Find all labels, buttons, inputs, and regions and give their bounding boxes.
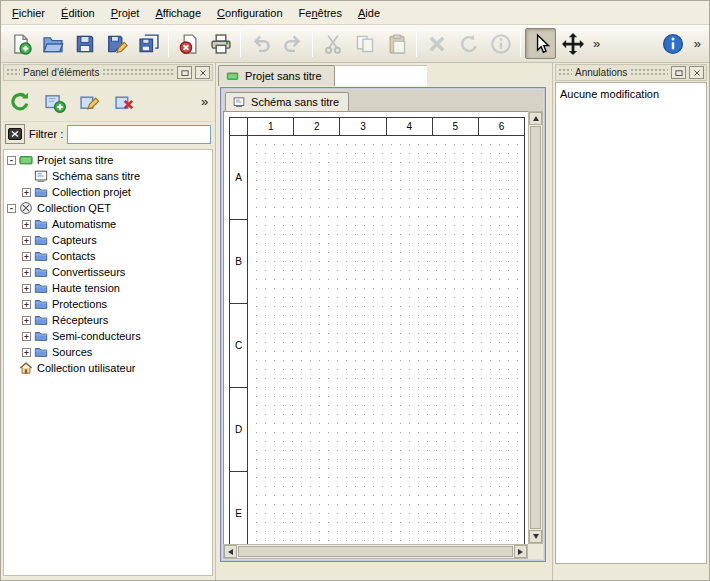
new-element-button[interactable]	[40, 87, 70, 117]
tree-item[interactable]: Collection utilisateur	[4, 360, 212, 376]
schema-tab[interactable]: Schéma sans titre	[225, 92, 349, 111]
column-label: 6	[479, 118, 524, 135]
schema-viewport[interactable]: 123456 ABCDE	[223, 111, 528, 544]
undo-list[interactable]: Aucune modification	[555, 82, 707, 564]
expand-icon[interactable]: +	[22, 188, 31, 197]
expand-icon[interactable]: +	[22, 268, 31, 277]
project-tab[interactable]: Projet sans titre	[218, 65, 334, 86]
collapse-icon[interactable]: -	[7, 156, 16, 165]
paste-button[interactable]	[381, 28, 412, 59]
vertical-scrollbar[interactable]	[528, 111, 543, 544]
expand-icon[interactable]: +	[22, 332, 31, 341]
redo-button[interactable]	[277, 28, 308, 59]
tree-item[interactable]: +Haute tension	[4, 280, 212, 296]
panel-grip[interactable]	[102, 68, 174, 77]
selection-mode-button[interactable]	[525, 28, 556, 59]
expand-icon[interactable]: +	[22, 236, 31, 245]
tree-item[interactable]: -Projet sans titre	[4, 152, 212, 168]
tree-item[interactable]: +Capteurs	[4, 232, 212, 248]
tree-item[interactable]: Schéma sans titre	[4, 168, 212, 184]
tree-item[interactable]: -Collection QET	[4, 200, 212, 216]
undo-button[interactable]	[245, 28, 276, 59]
element-info-button[interactable]	[485, 28, 516, 59]
close-panel-button[interactable]	[195, 66, 210, 79]
elements-toolbar-overflow-button[interactable]: »	[198, 94, 211, 109]
open-project-button[interactable]	[37, 28, 68, 59]
application-window: FichierÉditionProjetAffichageConfigurati…	[0, 0, 710, 581]
toolbar-overflow-button[interactable]: »	[589, 28, 604, 59]
expand-icon[interactable]: +	[22, 220, 31, 229]
save-icon	[74, 33, 96, 55]
expand-icon[interactable]: +	[22, 348, 31, 357]
panel-grip[interactable]	[558, 68, 572, 77]
float-panel-button[interactable]	[671, 66, 686, 79]
menu-item[interactable]: Édition	[53, 1, 103, 24]
collapse-icon[interactable]: -	[7, 204, 16, 213]
tree-item[interactable]: +Semi-conducteurs	[4, 328, 212, 344]
about-button[interactable]	[658, 28, 689, 59]
menu-item[interactable]: Fenêtres	[291, 1, 350, 24]
horizontal-scroll-thumb[interactable]	[238, 546, 513, 557]
horizontal-scrollbar[interactable]	[223, 544, 528, 559]
cut-button[interactable]	[317, 28, 348, 59]
edit-element-button[interactable]	[75, 87, 105, 117]
up-arrow-icon	[533, 116, 539, 121]
new-project-button[interactable]	[5, 28, 36, 59]
menu-item[interactable]: Fichier	[4, 1, 53, 24]
tree-item[interactable]: +Contacts	[4, 248, 212, 264]
reload-collections-button[interactable]	[5, 87, 35, 117]
schema-tabbar: Schéma sans titre	[223, 90, 543, 111]
save-all-button[interactable]	[133, 28, 164, 59]
float-panel-button[interactable]	[177, 66, 192, 79]
scroll-right-button[interactable]	[514, 545, 527, 558]
toolbar-overflow-button[interactable]: »	[690, 28, 705, 59]
tree-item[interactable]: +Sources	[4, 344, 212, 360]
expand-icon[interactable]: +	[22, 284, 31, 293]
info-blue-icon	[662, 33, 684, 55]
tree-item[interactable]: +Récepteurs	[4, 312, 212, 328]
expand-icon[interactable]: +	[22, 316, 31, 325]
undo-list-item: Aucune modification	[560, 86, 702, 102]
column-label: 2	[294, 118, 340, 135]
scroll-up-button[interactable]	[529, 112, 542, 125]
rotate-icon	[458, 33, 480, 55]
elements-panel-titlebar[interactable]: Panel d'éléments	[3, 64, 213, 81]
schema-canvas[interactable]	[248, 136, 524, 544]
delete-selection-button[interactable]	[421, 28, 452, 59]
tree-item[interactable]: +Convertisseurs	[4, 264, 212, 280]
close-file-button[interactable]	[173, 28, 204, 59]
tree-item[interactable]: +Collection projet	[4, 184, 212, 200]
delete-element-button[interactable]	[110, 87, 140, 117]
vertical-scroll-thumb[interactable]	[530, 126, 541, 529]
scroll-down-button[interactable]	[529, 530, 542, 543]
panel-grip[interactable]	[630, 68, 668, 77]
menu-item[interactable]: Aide	[350, 1, 388, 24]
folder-icon	[34, 217, 48, 231]
save-button[interactable]	[69, 28, 100, 59]
rotate-selection-button[interactable]	[453, 28, 484, 59]
panel-grip[interactable]	[6, 68, 20, 77]
save-as-button[interactable]	[101, 28, 132, 59]
expand-icon[interactable]: +	[22, 300, 31, 309]
tree-item[interactable]: +Protections	[4, 296, 212, 312]
visualisation-mode-button[interactable]	[557, 28, 588, 59]
close-panel-button[interactable]	[689, 66, 704, 79]
clear-filter-button[interactable]	[5, 124, 25, 144]
filter-input[interactable]	[67, 125, 211, 144]
project-icon	[19, 153, 33, 167]
folder-icon	[34, 345, 48, 359]
undo-panel-titlebar[interactable]: Annulations	[555, 64, 707, 81]
menu-item[interactable]: Projet	[103, 1, 148, 24]
project-tab-label: Projet sans titre	[245, 70, 321, 82]
menu-item[interactable]: Affichage	[147, 1, 209, 24]
tree-item[interactable]: +Automatisme	[4, 216, 212, 232]
tree-item-label: Capteurs	[51, 234, 97, 246]
elements-panel: Panel d'éléments » Filtrer : -Projet san…	[1, 63, 216, 580]
expand-icon[interactable]: +	[22, 252, 31, 261]
clear-filter-icon	[7, 126, 23, 142]
copy-button[interactable]	[349, 28, 380, 59]
scroll-left-button[interactable]	[224, 545, 237, 558]
print-button[interactable]	[205, 28, 236, 59]
open-folder-icon	[42, 33, 64, 55]
menu-item[interactable]: Configuration	[209, 1, 290, 24]
